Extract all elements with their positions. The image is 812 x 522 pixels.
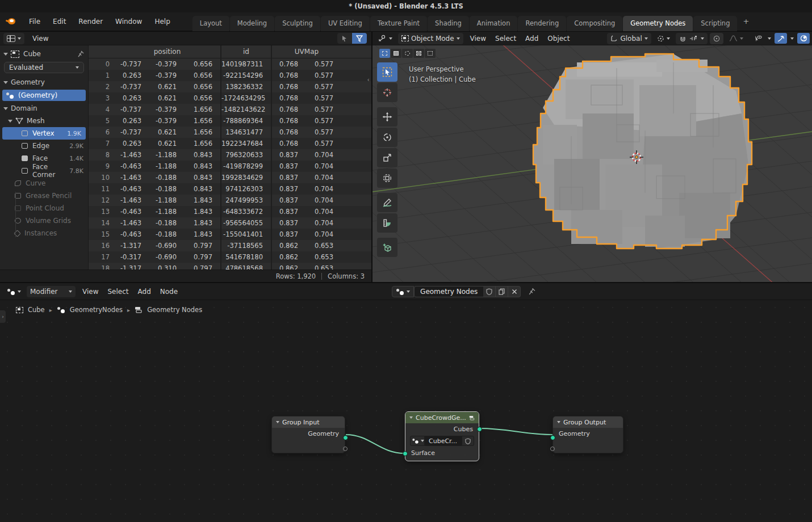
panel-collapse-arrow[interactable]: ‹ <box>367 76 370 83</box>
node-canvas[interactable]: › Cube ▸ GeometryNodes ▸ Geometry Nodes … <box>0 300 812 522</box>
gizmos-toggle[interactable] <box>775 33 787 44</box>
pin-icon[interactable] <box>528 287 536 296</box>
tool-select-box[interactable] <box>377 62 397 82</box>
dataset-object-row[interactable]: Cube <box>0 48 88 60</box>
add-workspace-button[interactable]: + <box>737 14 755 30</box>
node-link-wire[interactable] <box>346 435 405 453</box>
tab-layout[interactable]: Layout <box>192 16 229 31</box>
tool-rotate[interactable] <box>377 128 397 147</box>
tab-texture-paint[interactable]: Texture Paint <box>370 16 427 31</box>
group-name-field[interactable]: CubeCr... <box>425 436 462 446</box>
domain-item-grease-pencil[interactable]: Grease Pencil <box>0 190 88 202</box>
browse-node-tree-button[interactable] <box>392 286 414 297</box>
proportional-editing-toggle[interactable] <box>710 33 723 44</box>
geometry-dataset-item[interactable]: (Geometry) <box>2 90 86 101</box>
expand-icon[interactable] <box>3 53 8 56</box>
viewport-menu-select[interactable]: Select <box>491 33 521 44</box>
expand-icon[interactable] <box>8 120 12 123</box>
tab-scripting[interactable]: Scripting <box>693 16 737 31</box>
select-lasso-button[interactable] <box>413 49 424 58</box>
overlays-toggle[interactable] <box>797 33 810 44</box>
copy-node-tree-button[interactable] <box>496 286 508 297</box>
socket-virtual[interactable] <box>343 447 348 451</box>
node-cube-crowd-group[interactable]: CubeCrowdGe... Cubes CubeCr... <box>405 411 479 461</box>
pin-icon[interactable] <box>77 50 85 58</box>
column-header-uvmap[interactable]: UVMap <box>271 45 341 58</box>
expand-icon[interactable] <box>3 81 8 84</box>
domain-item-face-corner[interactable]: Face Corner7.8K <box>0 165 88 177</box>
node-group-output[interactable]: Group Output Geometry <box>553 416 623 453</box>
select-circle-button[interactable] <box>402 49 413 58</box>
tool-cursor[interactable] <box>377 83 397 102</box>
tool-move[interactable] <box>377 107 397 127</box>
editor-type-nodes-button[interactable] <box>3 286 24 297</box>
socket-surface-input[interactable] <box>403 451 408 456</box>
tab-rendering[interactable]: Rendering <box>518 16 566 31</box>
app-menu-help[interactable]: Help <box>148 15 176 28</box>
viewport-canvas[interactable]: User Perspective (1) Collection | Cube <box>372 45 812 282</box>
domain-item-point-cloud[interactable]: Point Cloud <box>0 202 88 214</box>
node-menu-select[interactable]: Select <box>103 286 133 297</box>
browse-group-button[interactable] <box>410 436 425 446</box>
node-group-output-header[interactable]: Group Output <box>553 416 623 428</box>
blender-logo-icon[interactable] <box>6 17 18 26</box>
mode-dropdown[interactable]: Object Mode <box>398 33 463 44</box>
proportional-falloff-dropdown[interactable] <box>726 33 747 44</box>
filter-toggle[interactable] <box>352 33 367 44</box>
geometry-section-header[interactable]: Geometry <box>0 76 88 89</box>
domain-section-header[interactable]: Domain <box>0 102 88 115</box>
domain-item-edge[interactable]: Edge2.9K <box>0 140 88 152</box>
select-box-button[interactable] <box>391 49 401 58</box>
tool-add-cube[interactable] <box>377 238 397 257</box>
viewport-menu-view[interactable]: View <box>466 33 491 44</box>
tool-transform[interactable] <box>377 169 397 188</box>
select-intersect-button[interactable] <box>425 49 436 58</box>
domain-item-volume-grids[interactable]: Volume Grids <box>0 214 88 227</box>
cube-object[interactable] <box>533 54 752 249</box>
tool-scale[interactable] <box>377 148 397 167</box>
node-cube-crowd-header[interactable]: CubeCrowdGe... <box>405 412 479 423</box>
transform-orientation-dropdown[interactable]: Global <box>607 33 651 44</box>
tab-sculpting[interactable]: Sculpting <box>275 16 320 31</box>
tab-animation[interactable]: Animation <box>470 16 518 31</box>
snap-with-icon[interactable] <box>689 36 697 41</box>
column-header-position[interactable]: position <box>114 45 220 58</box>
sidebar-toggle-arrow[interactable]: › <box>0 310 6 323</box>
node-menu-add[interactable]: Add <box>133 286 156 297</box>
node-menu-view[interactable]: View <box>78 286 103 297</box>
editor-type-3dview-button[interactable] <box>375 33 396 44</box>
expand-icon[interactable] <box>3 107 8 110</box>
app-menu-edit[interactable]: Edit <box>47 15 72 28</box>
node-menu-node[interactable]: Node <box>156 286 182 297</box>
tab-compositing[interactable]: Compositing <box>567 16 622 31</box>
selected-only-toggle[interactable] <box>337 33 352 44</box>
collapse-icon[interactable] <box>276 421 279 423</box>
spreadsheet-view-menu[interactable]: View <box>28 33 53 44</box>
chevron-down-icon[interactable] <box>768 37 771 40</box>
mesh-section-header[interactable]: Mesh <box>0 115 88 127</box>
editor-type-spreadsheet-button[interactable] <box>3 33 24 44</box>
domain-item-instances[interactable]: Instances <box>0 227 88 239</box>
unlink-node-tree-button[interactable] <box>508 286 521 297</box>
tab-shading[interactable]: Shading <box>428 16 469 31</box>
domain-item-curve[interactable]: Curve <box>0 177 88 190</box>
tool-annotate[interactable] <box>377 193 397 212</box>
collapse-icon[interactable] <box>409 416 413 419</box>
node-group-input[interactable]: Group Input Geometry <box>271 416 345 453</box>
app-menu-window[interactable]: Window <box>109 15 148 28</box>
node-tree-type-dropdown[interactable]: Modifier <box>27 286 76 297</box>
chevron-down-icon[interactable] <box>790 37 794 40</box>
tab-modeling[interactable]: Modeling <box>230 16 274 31</box>
collapse-icon[interactable] <box>557 421 560 423</box>
socket-virtual[interactable] <box>550 447 555 451</box>
viewport-menu-add[interactable]: Add <box>521 33 543 44</box>
select-tweak-button[interactable] <box>379 49 390 58</box>
fake-user-shield-button[interactable] <box>462 436 474 446</box>
socket-cubes-output[interactable] <box>477 427 482 432</box>
domain-item-vertex[interactable]: Vertex1.9K <box>2 127 86 140</box>
app-menu-render[interactable]: Render <box>72 15 109 28</box>
node-group-input-header[interactable]: Group Input <box>272 416 345 428</box>
viewport-menu-object[interactable]: Object <box>543 33 574 44</box>
magnet-icon[interactable] <box>679 35 686 42</box>
tab-uv-editing[interactable]: UV Editing <box>321 16 370 31</box>
